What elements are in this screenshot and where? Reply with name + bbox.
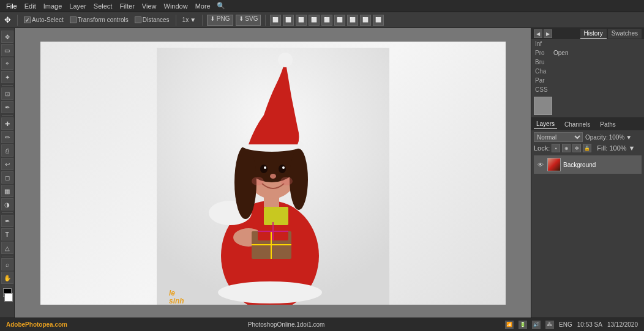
lock-move-icon[interactable]: ✥ — [572, 144, 581, 152]
history-brush-tool[interactable]: ↩ — [1, 158, 13, 170]
wifi-icon: 📶 — [505, 321, 514, 329]
tab-history[interactable]: History — [580, 29, 607, 39]
thumbnail — [534, 97, 552, 115]
menu-view[interactable]: View — [138, 1, 160, 11]
girl-illustration: le sinh — [157, 48, 389, 305]
align-group: ⬜ ⬜ ⬜ ⬜ ⬜ ⬜ ⬜ ⬜ ⬜ — [270, 15, 384, 26]
menu-select[interactable]: Select — [90, 1, 116, 11]
brush-tool[interactable]: ✏ — [1, 131, 13, 143]
menu-edit[interactable]: Edit — [21, 1, 40, 11]
magic-wand-tool[interactable]: ✦ — [1, 71, 13, 83]
opacity-value: 100% — [609, 134, 625, 141]
distribute-horiz-icon[interactable]: ⬜ — [347, 15, 358, 26]
nav-arrows: ◀ ▶ — [534, 29, 552, 38]
menu-more[interactable]: More — [192, 1, 214, 11]
autoselect-label[interactable]: Auto-Select — [22, 17, 66, 23]
crop-tool[interactable]: ⊡ — [1, 87, 13, 100]
layer-name: Background — [563, 162, 596, 168]
svg-button[interactable]: ⬇ SVG — [236, 15, 261, 26]
transform-checkbox[interactable] — [70, 17, 77, 23]
arrange-icon[interactable]: ⬜ — [373, 15, 384, 26]
right-panel: ◀ ▶ History Swatches Inf Pro Open Bru Ch… — [531, 28, 644, 318]
separator-3 — [202, 15, 203, 26]
svg-point-18 — [278, 53, 293, 67]
type-tool[interactable]: T — [1, 228, 13, 240]
panel-row-bru: Bru — [531, 58, 644, 67]
png-button[interactable]: ⬇ PNG — [207, 15, 233, 26]
label-par: Par — [535, 77, 553, 84]
layer-background[interactable]: 👁 Background — [534, 155, 642, 174]
eyedropper-tool[interactable]: ✒ — [1, 101, 13, 113]
eraser-tool[interactable]: ◻ — [1, 171, 13, 184]
options-toolbar: ✥ Auto-Select Transform controls Distanc… — [0, 12, 644, 28]
gradient-tool[interactable]: ▦ — [1, 185, 13, 197]
nav-arrow-left[interactable]: ◀ — [534, 29, 542, 38]
fill-label: Fill: — [597, 144, 607, 152]
heal-tool[interactable]: ✚ — [1, 117, 13, 130]
svg-point-22 — [282, 166, 285, 169]
svg-point-23 — [270, 174, 276, 179]
status-time: 10:53 SA — [577, 321, 602, 328]
lock-check-icon[interactable]: ▪ — [552, 144, 560, 152]
select-rect-tool[interactable]: ▭ — [1, 44, 13, 56]
lock-pos-icon[interactable]: ⊕ — [562, 144, 571, 152]
dodge-tool[interactable]: ◑ — [1, 198, 13, 210]
search-icon[interactable]: 🔍 — [217, 2, 225, 10]
panel-row-inf: Inf — [531, 39, 644, 48]
lock-row: Lock: ▪ ⊕ ✥ 🔒 Fill: 100% ▼ — [534, 144, 642, 152]
layer-visibility-icon[interactable]: 👁 — [536, 160, 545, 169]
separator-1 — [17, 15, 18, 26]
transform-label[interactable]: Transform controls — [68, 17, 130, 23]
blend-mode-select[interactable]: Normal — [534, 132, 583, 142]
main-area: ✥ ▭ ⌖ ✦ ⊡ ✒ ✚ ✏ ⎙ ↩ ◻ ▦ ◑ ✒ T △ ⌕ ✋ ligh… — [0, 28, 644, 318]
tab-layers[interactable]: Layers — [534, 119, 557, 129]
svg-point-24 — [252, 177, 264, 185]
background-color[interactable] — [4, 293, 13, 302]
tool-sep-5 — [2, 286, 13, 286]
distances-label[interactable]: Distances — [133, 17, 171, 23]
multiplier-value[interactable]: 1x ▼ — [181, 17, 198, 23]
opacity-dropdown-icon[interactable]: ▼ — [626, 134, 632, 141]
autoselect-checkbox[interactable] — [24, 17, 31, 23]
shape-tool[interactable]: △ — [1, 242, 13, 254]
distribute-vert-icon[interactable]: ⬜ — [360, 15, 371, 26]
align-bottom-icon[interactable]: ⬜ — [334, 15, 345, 26]
label-css: CSS — [535, 86, 553, 93]
menu-filter[interactable]: Filter — [116, 1, 138, 11]
distances-checkbox[interactable] — [135, 17, 141, 23]
right-panel-nav: ◀ ▶ History Swatches — [531, 28, 644, 39]
png-icon: ⬇ — [210, 15, 215, 22]
align-right-icon[interactable]: ⬜ — [296, 15, 307, 26]
label-cha: Cha — [535, 68, 553, 75]
svg-point-16 — [290, 149, 308, 210]
tab-swatches[interactable]: Swatches — [608, 29, 642, 39]
fill-dropdown-icon[interactable]: ▼ — [629, 144, 635, 152]
tool-sep-3 — [2, 212, 13, 213]
align-middle-icon[interactable]: ⬜ — [321, 15, 332, 26]
menu-window[interactable]: Window — [160, 1, 192, 11]
align-center-icon[interactable]: ⬜ — [283, 15, 294, 26]
status-site-left: AdobePhotopea.com — [6, 321, 67, 328]
layers-controls: Normal Opacity: 100% ▼ Lock: ▪ ⊕ ✥ 🔒 Fil… — [531, 130, 644, 154]
layers-panel: Layers Channels Paths Normal Opacity: 10… — [531, 118, 644, 318]
lock-label: Lock: — [534, 144, 550, 152]
tool-move-indicator: ✥ — [2, 15, 13, 24]
menu-image[interactable]: Image — [40, 1, 66, 11]
lock-all-icon[interactable]: 🔒 — [583, 144, 591, 152]
move-tool[interactable]: ✥ — [1, 31, 13, 43]
tab-paths[interactable]: Paths — [597, 120, 618, 129]
lasso-tool[interactable]: ⌖ — [1, 58, 13, 70]
hand-tool[interactable]: ✋ — [1, 272, 13, 284]
nav-arrow-right[interactable]: ▶ — [544, 29, 552, 38]
tab-channels[interactable]: Channels — [562, 120, 593, 129]
zoom-tool[interactable]: ⌕ — [1, 258, 13, 270]
align-left-icon[interactable]: ⬜ — [270, 15, 281, 26]
statusbar: AdobePhotopea.com PhotoshopOnline.1doi1.… — [0, 318, 644, 331]
pen-tool[interactable]: ✒ — [1, 215, 13, 227]
align-top-icon[interactable]: ⬜ — [309, 15, 320, 26]
clone-tool[interactable]: ⎙ — [1, 144, 13, 157]
status-lang: ENG — [559, 321, 572, 328]
layers-tabs: Layers Channels Paths — [531, 118, 644, 130]
menu-layer[interactable]: Layer — [66, 1, 90, 11]
menu-file[interactable]: File — [2, 1, 21, 11]
